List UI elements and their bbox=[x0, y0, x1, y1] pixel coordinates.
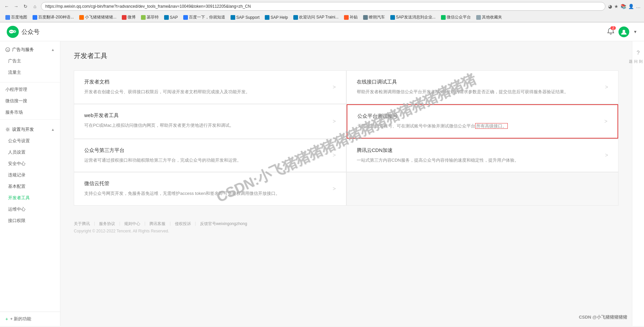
tool-card-platform-test-title: 公众平台测试账号 bbox=[357, 113, 598, 119]
bookmark-favicon bbox=[363, 15, 368, 20]
sidebar-new-feature-button[interactable]: + + 新的功能 bbox=[0, 312, 60, 326]
dropdown-arrow-icon[interactable]: ▼ bbox=[633, 30, 637, 34]
bookmark-favicon bbox=[293, 15, 298, 20]
footer-link-service[interactable]: 服务协议 bbox=[99, 221, 115, 227]
tool-card-dev-docs-desc: 开发者在创建公众号、获得接口权限后，可阅读开发者文档帮助完成接入及功能开发。 bbox=[84, 89, 326, 96]
tool-card-third-party-desc: 运营者可通过授权接口和功能权限给第三方平台，完成公众号的功能开发和运营。 bbox=[84, 157, 326, 164]
footer-link-rules[interactable]: 规则中心 bbox=[124, 221, 140, 227]
bookmark-favicon bbox=[476, 15, 481, 20]
sidebar-item-people-settings[interactable]: 人员设置 bbox=[0, 147, 60, 158]
tool-card-third-party[interactable]: 公众号第三方平台 运营者可通过授权接口和功能权限给第三方平台，完成公众号的功能开… bbox=[74, 139, 346, 172]
bookmark-favicon bbox=[164, 15, 169, 20]
bookmark-wechat-platform[interactable]: 微信公众平台 bbox=[439, 14, 473, 21]
footer-link-support[interactable]: 腾讯客服 bbox=[149, 221, 165, 227]
more-icon[interactable]: … bbox=[636, 4, 641, 9]
app-container: 公众号 2 ▼ bbox=[0, 22, 644, 326]
address-bar[interactable] bbox=[41, 2, 605, 11]
plus-icon: + bbox=[5, 316, 8, 322]
sidebar-item-service-market[interactable]: 服务市场 bbox=[0, 107, 60, 118]
tools-grid: 开发者文档 开发者在创建公众号、获得接口权限后，可阅读开发者文档帮助完成接入及功… bbox=[74, 70, 618, 206]
sidebar-item-advertiser[interactable]: 广告主 bbox=[0, 55, 60, 67]
bookmark-label: 其他收藏夹 bbox=[482, 14, 502, 20]
footer-copyright: Copyright © 2012-2022 Tencent. All Right… bbox=[74, 229, 618, 233]
tool-card-online-debug-title: 在线接口调试工具 bbox=[357, 79, 598, 85]
home-button[interactable]: ⌂ bbox=[32, 3, 38, 10]
ad-services-label: 广告与服务 bbox=[12, 47, 34, 53]
app-logo-text: 公众号 bbox=[21, 28, 40, 36]
sidebar-item-security-center[interactable]: 安全中心 bbox=[0, 158, 60, 169]
tool-card-dev-docs-title: 开发者文档 bbox=[84, 79, 326, 85]
sidebar-item-traffic[interactable]: 流量主 bbox=[0, 67, 60, 78]
bookmark-baidu-translate[interactable]: 百度翻译-200种语... bbox=[31, 14, 76, 21]
tool-card-platform-test[interactable]: 公众平台测试账号 无需注册公众账号、可在测试账号中体验并测试微信公众平台所有高级… bbox=[347, 104, 618, 139]
sidebar-item-api-permissions[interactable]: 接口权限 bbox=[0, 215, 60, 226]
tool-card-third-party-arrow: > bbox=[333, 152, 336, 158]
bookmark-others[interactable]: 其他收藏夹 bbox=[474, 14, 504, 21]
bookmark-favicon bbox=[33, 15, 37, 20]
footer-link-infringement[interactable]: 侵权投诉 bbox=[175, 221, 191, 227]
footer-link-feedback[interactable]: 反馈官号weixingongzhong bbox=[200, 221, 247, 227]
bookmark-baidu-map[interactable]: 百度地图 bbox=[3, 14, 29, 21]
tool-card-web-dev[interactable]: web开发者工具 可在PC或Mac上模拟访问微信内网页，帮助开发者更方便地进行开… bbox=[74, 104, 346, 139]
back-button[interactable]: ← bbox=[3, 3, 10, 10]
bookmark-sap-support[interactable]: SAP Support bbox=[229, 14, 261, 20]
bookmark-label: 补贴 bbox=[350, 14, 358, 20]
sidebar-item-violation-records[interactable]: 违规记录 bbox=[0, 169, 60, 181]
tool-card-web-dev-arrow: > bbox=[333, 118, 336, 124]
wechat-logo-icon bbox=[7, 26, 19, 38]
bookmark-label: SAP Help bbox=[270, 15, 288, 20]
bookmark-label: 微信公众平台 bbox=[447, 14, 471, 20]
sidebar-item-official-account-settings[interactable]: 公众号设置 bbox=[0, 135, 60, 147]
tool-card-dev-docs[interactable]: 开发者文档 开发者在创建公众号、获得接口权限后，可阅读开发者文档帮助完成接入及功… bbox=[74, 71, 346, 104]
sidebar-divider-2 bbox=[0, 119, 60, 120]
sidebar-divider-1 bbox=[0, 82, 60, 83]
forward-button[interactable]: → bbox=[13, 3, 19, 10]
notification-button[interactable]: 2 bbox=[607, 28, 614, 36]
tool-card-empty bbox=[347, 172, 618, 205]
footer-link-about[interactable]: 关于腾讯 bbox=[74, 221, 90, 227]
tool-card-cdn[interactable]: 腾讯云CDN加速 一站式第三方内容CDN服务，提高公众号内容传输的速度和稳定性，… bbox=[347, 139, 618, 172]
sidebar-section-ad-header[interactable]: ⊙ 广告与服务 ▲ bbox=[0, 44, 60, 55]
bookmark-sap-msg[interactable]: SAP发送消息到企业... bbox=[388, 14, 438, 21]
bookmark-sap-help[interactable]: SAP Help bbox=[263, 14, 290, 20]
sidebar-section-settings-header[interactable]: 设置与开发 ▲ bbox=[0, 124, 60, 135]
bookmark-label: 欢迎访问 SAP Traini... bbox=[299, 14, 339, 20]
bookmark-baidu[interactable]: 百度一下，你就知道 bbox=[181, 14, 227, 21]
bookmark-sap[interactable]: SAP bbox=[162, 14, 180, 20]
bookmark-hanfeite[interactable]: 菡菲特 bbox=[139, 14, 161, 21]
sidebar-item-dev-tools[interactable]: 开发者工具 bbox=[0, 192, 60, 204]
notification-badge: 2 bbox=[610, 26, 616, 30]
tool-card-wechat-cloud[interactable]: 微信云托管 支持公众号网页开发，免服务器免运维，无需维护access token… bbox=[74, 172, 346, 205]
sidebar-item-mini-program[interactable]: 小程序管理 bbox=[0, 84, 60, 95]
browser-toolbar: ← → ↻ ⌂ ◕ ★ 📚 👤 … bbox=[0, 0, 644, 13]
sidebar-section-settings: 设置与开发 ▲ 公众号设置 人员设置 安全中心 违规记录 基本配置 bbox=[0, 121, 60, 229]
bookmark-car[interactable]: 瞭朔汽车 bbox=[361, 14, 387, 21]
bookmark-label: 菡菲特 bbox=[147, 14, 159, 20]
bookmark-sap-training[interactable]: 欢迎访问 SAP Traini... bbox=[291, 14, 341, 21]
bookmark-label: SAP bbox=[170, 15, 178, 20]
refresh-button[interactable]: ↻ bbox=[22, 3, 29, 10]
bookmark-pig[interactable]: 小飞猪猪猪猪猪... bbox=[77, 14, 118, 21]
bookmark-label: 小飞猪猪猪猪猪... bbox=[85, 14, 116, 20]
tool-card-wechat-cloud-title: 微信云托管 bbox=[84, 180, 326, 187]
svg-point-3 bbox=[10, 31, 11, 32]
csdn-watermark: CSDN @小飞猪猪猪猪猪 bbox=[579, 314, 627, 320]
tool-card-wechat-cloud-desc: 支持公众号网页开发，免服务器免运维，无需维护access token和签名即可免… bbox=[84, 190, 326, 197]
right-panel-feedback[interactable]: ? 遇到问题 bbox=[627, 48, 644, 59]
sidebar-item-basic-config[interactable]: 基本配置 bbox=[0, 181, 60, 192]
tool-card-third-party-content: 公众号第三方平台 运营者可通过授权接口和功能权限给第三方平台，完成公众号的功能开… bbox=[84, 147, 333, 164]
tool-card-cdn-content: 腾讯云CDN加速 一站式第三方内容CDN服务，提高公众号内容传输的速度和稳定性，… bbox=[357, 147, 605, 164]
bookmark-weibo[interactable]: 微博 bbox=[120, 14, 138, 21]
bookmark-subsidy[interactable]: 补贴 bbox=[342, 14, 360, 21]
tool-card-web-dev-title: web开发者工具 bbox=[84, 112, 326, 119]
avatar-icon bbox=[621, 29, 627, 35]
sidebar-section-ad: ⊙ 广告与服务 ▲ 广告主 流量主 bbox=[0, 41, 60, 81]
tools-grid-container: CSDN:小飞猪猪猪猪猪猪猪猪猪猪猪猪猪猪猪 开发者文档 开发者在创建公众号、获… bbox=[74, 70, 618, 206]
tool-card-online-debug[interactable]: 在线接口调试工具 帮助开发者检测调用微信公众平台开发者API时发送的请求参数是否… bbox=[347, 71, 618, 104]
bookmark-label: 微博 bbox=[128, 14, 136, 20]
sidebar-item-wechat-search[interactable]: 微信搜一搜 bbox=[0, 95, 60, 107]
bookmark-favicon bbox=[5, 15, 10, 20]
tool-card-cdn-desc: 一站式第三方内容CDN服务，提高公众号内容传输的速度和稳定性，提升用户体验。 bbox=[357, 157, 598, 164]
sidebar-item-operations-center[interactable]: 运维中心 bbox=[0, 204, 60, 215]
avatar-button[interactable] bbox=[618, 26, 629, 37]
